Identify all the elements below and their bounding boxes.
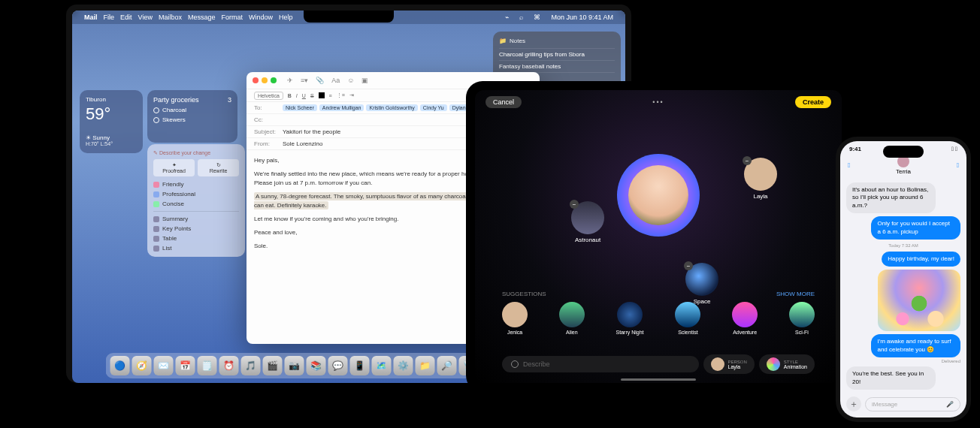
rewrite-button[interactable]: ↻Rewrite (198, 159, 239, 176)
dock-app[interactable]: ✉️ (154, 356, 174, 375)
dock-app[interactable]: 📁 (416, 356, 435, 375)
suggestion-thumb (675, 302, 700, 327)
format-icon[interactable]: Aa (331, 77, 340, 84)
style-pill[interactable]: STYLEAnimation (759, 354, 815, 374)
dock-app[interactable]: 📷 (285, 356, 304, 375)
message-outgoing[interactable]: Happy birthday, my dear! (882, 252, 960, 267)
control-center-icon[interactable]: ⌘ (534, 14, 540, 21)
show-more-button[interactable]: SHOW MORE (776, 291, 815, 297)
dock-app[interactable]: 🎬 (263, 356, 283, 375)
list-option[interactable]: List (153, 243, 239, 253)
reminder-item[interactable]: Charcoal (153, 107, 231, 113)
message-incoming[interactable]: You're the best. See you in 20! (846, 366, 936, 390)
facetime-icon[interactable]: 􀍉 (957, 161, 959, 169)
suggestion-chip[interactable]: Jenica (502, 302, 528, 335)
dock-app[interactable]: 💬 (328, 356, 348, 375)
underline-button[interactable]: U (302, 93, 306, 98)
tone-concise[interactable]: Concise (153, 199, 239, 209)
menu-format[interactable]: Format (221, 14, 243, 21)
more-icon[interactable]: ••• (652, 98, 664, 106)
orbit-layla[interactable]: − Layla (744, 158, 777, 200)
suggestion-thumb (559, 302, 585, 327)
note-row[interactable]: Fantasy baseball notes (499, 60, 615, 72)
person-pill[interactable]: PERSONLayla (703, 354, 755, 374)
menu-help[interactable]: Help (279, 14, 293, 21)
table-option[interactable]: Table (153, 234, 239, 243)
dock-app[interactable]: 📱 (350, 356, 370, 375)
contact-header[interactable]: Terria (850, 155, 956, 175)
clock[interactable]: Mon Jun 10 9:41 AM (551, 14, 613, 21)
tone-friendly[interactable]: Friendly (153, 179, 239, 189)
suggestion-chip[interactable]: Sci-Fi (789, 302, 815, 335)
summary-option[interactable]: Summary (153, 214, 239, 224)
message-outgoing[interactable]: I'm awake and ready to surf and celebrat… (871, 334, 960, 357)
bold-button[interactable]: B (288, 93, 292, 98)
app-menu-mail[interactable]: Mail (84, 14, 98, 21)
align-button[interactable]: ≡ (329, 93, 332, 98)
suggestion-chip[interactable]: Alien (559, 302, 585, 335)
reminder-item[interactable]: Skewers (153, 116, 231, 123)
dock-app[interactable]: 🔎 (437, 356, 457, 375)
strike-button[interactable]: S (310, 93, 314, 98)
color-swatch[interactable] (319, 92, 325, 98)
plus-button[interactable]: ＋ (846, 396, 861, 411)
wifi-icon[interactable]: ⌁ (505, 14, 509, 21)
font-select[interactable]: Helvetica (254, 92, 283, 100)
weather-widget[interactable]: Tiburon 59° ☀︎ Sunny H:70° L:54° (80, 90, 143, 153)
folder-icon: 📁 (499, 38, 507, 44)
menu-edit[interactable]: Edit (120, 14, 132, 21)
traffic-lights[interactable] (253, 77, 277, 83)
suggestion-chip[interactable]: Starry Night (616, 302, 644, 335)
dock-app[interactable]: 🧭 (132, 356, 152, 375)
message-incoming[interactable]: It's about an hour to Bolinas, so I'll p… (846, 182, 936, 213)
menu-view[interactable]: View (138, 14, 153, 21)
suggestion-thumb (502, 302, 528, 327)
indent-button[interactable]: ⇥ (349, 92, 354, 98)
create-button[interactable]: Create (795, 96, 831, 108)
list-button[interactable]: ⋮≡ (337, 92, 345, 98)
emoji-icon[interactable]: ☺︎ (347, 77, 354, 84)
cancel-button[interactable]: Cancel (485, 96, 522, 108)
remove-icon[interactable]: − (684, 261, 693, 270)
message-outgoing[interactable]: Only for you would I accept a 6 a.m. pic… (871, 216, 960, 240)
dock-app[interactable]: ⏰ (219, 356, 239, 375)
writing-tools-describe[interactable]: ✎ Describe your change (153, 150, 239, 156)
remove-icon[interactable]: − (743, 156, 752, 165)
menu-window[interactable]: Window (249, 14, 273, 21)
imessage-field[interactable]: iMessage 🎤 (865, 397, 960, 411)
messages-thread[interactable]: It's about an hour to Bolinas, so I'll p… (840, 179, 966, 393)
dock-app[interactable]: 🗺️ (372, 356, 392, 375)
suggestion-chip[interactable]: Scientist (675, 302, 700, 335)
send-icon[interactable]: ✈︎ (287, 77, 293, 84)
dock-app[interactable]: 🗒️ (198, 356, 217, 375)
dock-app[interactable]: ⚙️ (394, 356, 413, 375)
dock-app[interactable]: 🔵 (110, 356, 130, 375)
center-avatar[interactable] (617, 154, 700, 237)
mic-icon[interactable]: 🎤 (946, 401, 954, 408)
dock-app[interactable]: 📚 (307, 356, 326, 375)
siri-icon (511, 360, 519, 368)
describe-input[interactable]: Describe (502, 356, 699, 372)
attach-icon[interactable]: 📎 (316, 77, 324, 84)
home-indicator[interactable] (621, 378, 696, 381)
search-icon[interactable]: ⌕ (519, 14, 523, 21)
suggestion-label: Alien (566, 330, 578, 335)
note-row[interactable]: Charcoal grilling tips from Sbora (499, 48, 615, 60)
suggestion-chip[interactable]: Adventure (732, 302, 758, 335)
suggestion-label: Starry Night (616, 330, 644, 335)
menu-message[interactable]: Message (188, 14, 216, 21)
remove-icon[interactable]: − (570, 200, 579, 209)
menu-file[interactable]: File (104, 14, 115, 21)
header-toggle-icon[interactable]: ≡▾ (301, 77, 308, 84)
menu-mailbox[interactable]: Mailbox (159, 14, 182, 21)
keypoints-option[interactable]: Key Points (153, 224, 239, 234)
orbit-astronaut[interactable]: − Astronaut (571, 201, 604, 243)
italic-button[interactable]: I (296, 93, 298, 98)
proofread-button[interactable]: ✦Proofread (153, 159, 195, 176)
dock-app[interactable]: 📅 (176, 356, 195, 375)
image-message[interactable] (878, 270, 960, 331)
tone-professional[interactable]: Professional (153, 189, 239, 199)
reminders-widget[interactable]: Party groceries3 Charcoal Skewers (147, 90, 237, 143)
photo-icon[interactable]: ▣ (361, 77, 368, 84)
dock-app[interactable]: 🎵 (241, 356, 261, 375)
